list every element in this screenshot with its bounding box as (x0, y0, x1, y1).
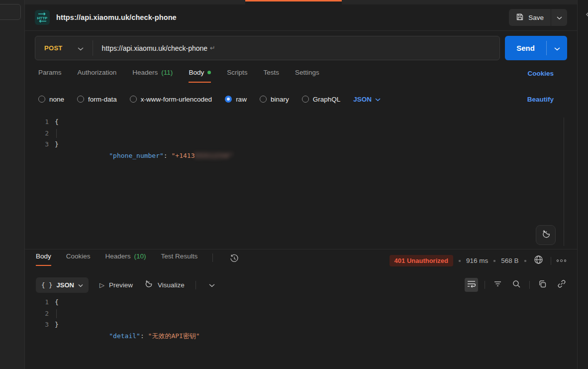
chevron-down-icon (78, 280, 83, 289)
line-number: 3 (25, 319, 55, 331)
line-number: 2 (25, 128, 55, 139)
visualize-button[interactable]: Visualize (144, 279, 185, 290)
radio-icon (260, 96, 267, 103)
clock-history-icon (230, 254, 239, 265)
url-input[interactable]: https://api.xiaomu.uk/check-phone (93, 44, 207, 52)
response-tab-test-results[interactable]: Test Results (161, 252, 198, 265)
save-options-button[interactable] (551, 9, 567, 26)
window-tab-strip (25, 0, 577, 4)
response-tab-cookies[interactable]: Cookies (66, 252, 91, 265)
mode-raw[interactable]: raw (225, 96, 247, 103)
chevron-down-icon (557, 13, 562, 22)
chevron-down-icon (209, 280, 215, 289)
mode-x-www-form-urlencoded[interactable]: x-www-form-urlencoded (130, 96, 212, 103)
code-text: } (55, 139, 59, 150)
radio-icon (130, 96, 137, 103)
mode-graphql[interactable]: GraphQL (302, 96, 341, 103)
postbot-button[interactable] (536, 225, 556, 245)
response-tab-body[interactable]: Body (36, 252, 51, 266)
language-label: JSON (353, 96, 372, 103)
response-toolbar-right (465, 277, 568, 292)
tabs-divider (212, 253, 213, 262)
response-time[interactable]: 916 ms (466, 257, 488, 264)
preview-button[interactable]: ▷ Preview (99, 281, 133, 289)
copy-button[interactable] (536, 278, 549, 292)
code-text: "phone_number": "+14135551234" (55, 128, 234, 139)
indent-guide (56, 129, 57, 138)
chevron-down-icon (554, 44, 560, 53)
code-line: 2 "detail": "无效的API密钥" (25, 308, 564, 320)
body-modified-dot (207, 71, 211, 74)
body-mode-row: none form-data x-www-form-urlencoded raw… (38, 93, 567, 106)
mode-none[interactable]: none (38, 96, 64, 103)
response-format-selector[interactable]: { } JSON (36, 277, 89, 293)
cookies-link[interactable]: Cookies (527, 70, 554, 77)
code-line: 1 { (25, 297, 564, 308)
active-tab-indicator (245, 0, 342, 1)
url-box: POST https://api.xiaomu.uk/check-phone ↵ (35, 36, 500, 60)
chevron-down-icon (78, 44, 84, 53)
tab-body[interactable]: Body (189, 69, 211, 83)
toolbar-expand-button[interactable] (207, 278, 217, 291)
send-options-button[interactable] (547, 36, 567, 60)
save-button-label: Save (528, 14, 544, 21)
method-selector[interactable]: POST (35, 36, 93, 60)
code-line: 2 "phone_number": "+14135551234" (25, 128, 564, 139)
line-number: 1 (25, 117, 55, 128)
search-icon (512, 280, 521, 290)
response-size[interactable]: 568 B (501, 257, 518, 264)
response-body-editor[interactable]: 1 { 2 "detail": "无效的API密钥" 3 } (25, 297, 564, 331)
collapse-panel-button[interactable] (585, 11, 588, 20)
tab-scripts[interactable]: Scripts (227, 69, 247, 82)
left-sidebar (0, 0, 25, 369)
mode-form-data[interactable]: form-data (77, 96, 117, 103)
sparkle-circle-icon (541, 229, 551, 242)
headers-count: (11) (161, 69, 173, 76)
wrap-text-button[interactable] (465, 278, 478, 292)
separator-dot (524, 260, 526, 262)
editor-right-border (564, 118, 564, 246)
tab-authorization[interactable]: Authorization (78, 69, 117, 82)
filter-button[interactable] (491, 278, 504, 291)
line-number: 2 (25, 308, 55, 320)
mode-binary[interactable]: binary (260, 96, 289, 103)
tab-tests[interactable]: Tests (263, 69, 279, 82)
tab-params[interactable]: Params (38, 69, 62, 82)
send-button[interactable]: Send (505, 36, 546, 60)
request-body-editor[interactable]: 1 { 2 "phone_number": "+14135551234" 3 } (25, 117, 564, 150)
status-badge[interactable]: 401 Unauthorized (390, 255, 453, 266)
toolbar-divider (529, 281, 530, 289)
search-button[interactable] (510, 278, 523, 292)
svg-text:HTTP: HTTP (37, 16, 48, 20)
link-button[interactable] (555, 277, 568, 292)
line-number: 1 (25, 297, 55, 308)
tab-settings[interactable]: Settings (295, 69, 319, 82)
separator-dot (459, 260, 461, 262)
response-tab-headers[interactable]: Headers(10) (105, 252, 146, 265)
toolbar-divider (196, 281, 196, 289)
preview-icon: ▷ (99, 281, 104, 289)
language-selector[interactable]: JSON (353, 95, 381, 104)
response-history-button[interactable] (228, 252, 241, 267)
toolbar-divider (485, 281, 485, 289)
right-panel-strip (577, 0, 588, 369)
sidebar-cropped-item[interactable] (0, 4, 21, 20)
save-button[interactable]: Save (509, 9, 551, 26)
request-url-bar: POST https://api.xiaomu.uk/check-phone ↵… (35, 36, 567, 60)
response-section-divider (25, 249, 577, 249)
chevron-down-icon (375, 95, 381, 104)
code-text: { (55, 297, 59, 308)
braces-icon: { } (41, 281, 53, 289)
network-info-button[interactable] (532, 253, 545, 268)
method-label: POST (44, 44, 63, 52)
code-text: "detail": "无效的API密钥" (55, 308, 200, 320)
code-text: } (55, 319, 59, 331)
radio-icon (38, 96, 45, 103)
send-split-button: Send (505, 36, 567, 60)
request-header: HTTP https://api.xiaomu.uk/check-phone S… (25, 4, 577, 31)
response-toolbar: { } JSON ▷ Preview Visualize (36, 276, 568, 294)
response-headers-count: (10) (134, 252, 146, 260)
beautify-link[interactable]: Beautify (527, 96, 554, 103)
tab-headers[interactable]: Headers(11) (132, 69, 173, 82)
more-options-button[interactable] (557, 259, 567, 262)
